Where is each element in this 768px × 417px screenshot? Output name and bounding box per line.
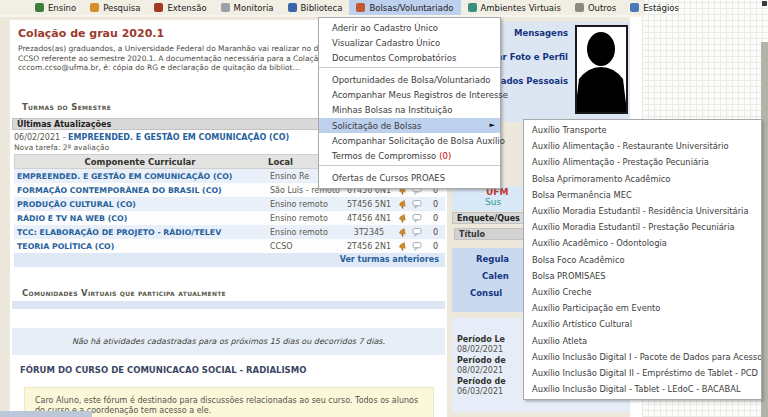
tasks-icon[interactable] [398,241,408,251]
dropdown-menu-item[interactable]: Acompanhar Meus Registros de Interesse [319,88,500,103]
outros-icon [575,3,584,12]
dropdown-menu-item[interactable]: Termos de Compromisso (0) [319,148,500,166]
menu-item[interactable]: Bolsas/Voluntariado [349,0,460,15]
window-corner-icon [762,1,767,6]
submenu-arrow-icon: ► [490,121,495,129]
comunidades-empty-bar [12,301,445,309]
forum-count: 0 [426,200,445,209]
menu-item-label: Estágios [643,3,679,13]
dropdown-item-label: Minhas Bolsas na Instituição [332,105,452,115]
course-link[interactable]: TEORIA POLÍTICA (CO) [14,242,264,251]
menu-item-label: Pesquisa [103,3,140,13]
menu-item-label: Bolsas/Voluntariado [369,3,453,13]
submenu-item[interactable]: Auxílio Inclusão Digital II - Empréstimo… [524,365,761,381]
course-local: Ensino remoto [264,214,344,223]
submenu-item[interactable]: Auxílio Artístico Cultural [524,316,761,332]
logo-teal-text: Sus [485,197,501,207]
menu-item[interactable]: Pesquisa [83,0,147,15]
submenu-item[interactable]: Auxílio Inclusão Digital I - Pacote de D… [524,349,761,365]
course-link[interactable]: FORMAÇÃO CONTEMPORÂNEA DO BRASIL (CO) [14,186,264,195]
dropdown-item-label: Acompanhar Solicitação de Bolsa Auxílio [332,136,505,146]
avatar [575,25,628,114]
menu-item-label: Ambientes Virtuais [481,3,561,13]
menu-item[interactable]: Estágios [623,0,686,15]
course-schedule-code: 3T2345 [344,228,394,237]
course-schedule-code: 5T456 5N1 [344,200,394,209]
comunidades-section-header: Comunidades Virtuais que participa atual… [22,288,226,298]
biblioteca-icon [288,3,297,12]
forum-icon[interactable] [412,241,422,251]
menu-item[interactable]: Ensino [28,0,83,15]
forum-icon[interactable] [412,213,422,223]
turmas-section-header: Turmas do Semestre [22,102,111,112]
submenu-item[interactable]: Bolsa Permanência MEC [524,187,761,203]
menu-item-label: Extensão [167,3,206,13]
vertical-scrollbar[interactable] [761,42,768,417]
course-link[interactable]: EMPREENDED. E GESTÃO EM COMUNICAÇÃO (CO) [14,172,264,181]
course-link[interactable]: TCC: ELABORAÇÃO DE PROJETO - RÁDIO/TELEV [14,228,264,237]
dropdown-menu-item[interactable]: Minhas Bolsas na Instituição [319,103,500,118]
submenu-item[interactable]: Bolsa PROMISAES [524,268,761,284]
course-local: Ensino remoto [264,200,344,209]
dropdown-menu-item[interactable]: Ofertas de Cursos PROAES [319,170,500,185]
notice-title: Colação de grau 2020.1 [18,27,164,40]
update-course-link[interactable]: EMPREENDED. E GESTÃO EM COMUNICAÇÃO (CO) [68,133,289,142]
dropdown-item-label: Visualizar Cadastro Único [332,38,440,48]
submenu-item[interactable]: Auxílio Participação em Evento [524,300,761,316]
submenu-item[interactable]: Auxílio Alimentação - Restaurante Univer… [524,138,761,154]
dropdown-menu-item[interactable]: Aderir ao Cadastro Único [319,20,500,35]
dropdown-menu-item[interactable]: Documentos Comprobatórios [319,50,500,68]
tasks-icon[interactable] [398,227,408,237]
submenu-item[interactable]: Auxílio Moradia Estudantil - Residência … [524,203,761,219]
dropdown-menu-item[interactable]: Solicitação de Bolsas ► [319,118,500,133]
menu-item[interactable]: Biblioteca [281,0,350,15]
bolsas-dropdown-menu: Aderir ao Cadastro Único Visualizar Cada… [318,17,501,189]
menu-item[interactable]: Monitoria [214,0,281,15]
dropdown-item-label: Oportunidades de Bolsa/Voluntariado [332,75,491,85]
forum-count: 0 [426,214,445,223]
submenu-item[interactable]: Auxílio Alimentação - Prestação Pecuniár… [524,154,761,170]
menu-item[interactable]: Ambientes Virtuais [461,0,568,15]
table-row: TCC: ELABORAÇÃO DE PROJETO - RÁDIO/TELEV… [14,225,445,239]
dropdown-item-label: Aderir ao Cadastro Único [332,23,438,33]
logo-red-text: UFM [486,187,508,197]
ver-turmas-anteriores-link[interactable]: Ver turmas anteriores [340,255,439,264]
quick-link[interactable]: Regula [476,254,509,264]
menu-item[interactable]: Extensão [147,0,213,15]
quick-link[interactable]: Calen [482,271,509,281]
submenu-item[interactable]: Auxílio Moradia Estudantil - Prestação P… [524,219,761,235]
row-icons [394,199,426,209]
dropdown-menu-item[interactable]: Acompanhar Solicitação de Bolsa Auxílio [319,133,500,148]
update-date: 06/02/2021 - [14,133,68,142]
menu-item[interactable]: Outros [568,0,623,15]
submenu-item[interactable]: Auxílio Acadêmico - Odontologia [524,235,761,251]
row-icons [394,241,426,251]
submenu-item[interactable]: Auxílio Creche [524,284,761,300]
ensino-icon [35,3,44,12]
forum-icon[interactable] [412,199,422,209]
dropdown-menu-item[interactable]: Oportunidades de Bolsa/Voluntariado [319,72,500,87]
menu-item-label: Outros [588,3,616,13]
tasks-icon[interactable] [398,213,408,223]
quick-link[interactable]: Consul [470,288,502,298]
submenu-item[interactable]: Auxílio Transporte [524,122,761,138]
submenu-item[interactable]: Auxílio Inclusão Digital - Tablet - LEdo… [524,381,761,397]
monitoria-icon [221,3,230,12]
table-row: TEORIA POLÍTICA (CO) CCSO 2T456 2N1 0 [14,239,445,253]
menu-item-label: Biblioteca [301,3,343,13]
course-link[interactable]: RÁDIO E TV NA WEB (CO) [14,214,264,223]
dropdown-menu-item[interactable]: Visualizar Cadastro Único [319,35,500,50]
course-local: Ensino remoto [264,228,344,237]
count-badge: (0) [439,151,451,161]
pesquisa-icon [90,3,99,12]
submenu-item[interactable]: Bolsa Foco Acadêmico [524,252,761,268]
submenu-item[interactable]: Auxílio Atleta [524,332,761,348]
table-footer: Ver turmas anteriores [14,253,445,267]
course-link[interactable]: PRODUÇÃO CULTURAL (CO) [14,200,264,209]
profile-link[interactable]: Mensagens [514,28,568,38]
tasks-icon[interactable] [398,199,408,209]
atividades-empty-notice: Não há atividades cadastradas para os pr… [12,328,445,355]
avatar-silhouette-icon [577,27,626,112]
submenu-item[interactable]: Bolsa Aprimoramento Acadêmico [524,171,761,187]
forum-icon[interactable] [412,227,422,237]
